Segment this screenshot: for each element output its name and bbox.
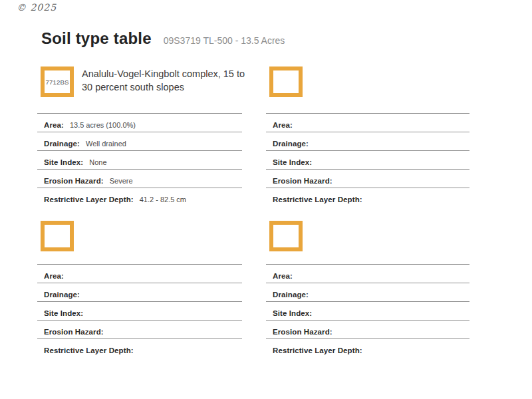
field-label: Area:	[273, 121, 293, 129]
field-row-erosion-hazard: Erosion Hazard:	[266, 320, 469, 338]
field-label: Erosion Hazard:	[44, 328, 104, 336]
field-label: Restrictive Layer Depth:	[273, 346, 362, 354]
field-label: Restrictive Layer Depth:	[44, 196, 134, 203]
field-label: Site Index:	[273, 309, 312, 317]
soil-name-line: Analulu-Vogel-Kingbolt complex, 15 to	[82, 67, 245, 80]
soil-card-header: 7712BS Analulu-Vogel-Kingbolt complex, 1…	[37, 66, 242, 113]
field-label: Area:	[44, 272, 64, 280]
field-label: Site Index:	[44, 309, 83, 317]
soil-card-2: Area: Drainage: Site Index: Erosion Haza…	[266, 66, 469, 206]
soil-swatch-box	[269, 66, 303, 97]
field-row-restrictive-layer-depth: Restrictive Layer Depth:	[266, 188, 469, 206]
soil-fields: Area: Drainage: Site Index: Erosion Haza…	[266, 113, 469, 206]
field-label: Site Index:	[44, 158, 83, 166]
soil-card-3: Area: Drainage: Site Index: Erosion Haza…	[37, 221, 242, 357]
field-row-area: Area:13.5 acres (100.0%)	[37, 113, 242, 132]
field-row-restrictive-layer-depth: Restrictive Layer Depth:	[266, 338, 469, 357]
field-label: Drainage:	[44, 140, 80, 148]
parcel-subtitle: 09S3719 TL-500 - 13.5 Acres	[164, 35, 285, 46]
field-label: Drainage:	[44, 291, 80, 299]
field-label: Erosion Hazard:	[273, 328, 332, 336]
field-label: Erosion Hazard:	[273, 177, 332, 185]
soil-card-header	[37, 221, 242, 264]
soil-fields: Area:13.5 acres (100.0%) Drainage:Well d…	[37, 113, 242, 206]
field-value: Well drained	[86, 140, 126, 148]
field-label: Drainage:	[273, 140, 309, 148]
soil-fields: Area: Drainage: Site Index: Erosion Haza…	[266, 264, 469, 357]
field-row-restrictive-layer-depth: Restrictive Layer Depth:41.2 - 82.5 cm	[37, 188, 242, 206]
field-label: Erosion Hazard:	[44, 177, 104, 185]
soil-card-header	[266, 221, 469, 264]
soil-card-header	[266, 66, 469, 113]
field-row-erosion-hazard: Erosion Hazard:	[37, 320, 242, 338]
soil-card-4: Area: Drainage: Site Index: Erosion Haza…	[266, 221, 469, 357]
soil-fields: Area: Drainage: Site Index: Erosion Haza…	[37, 264, 242, 357]
field-row-site-index: Site Index:	[266, 150, 469, 169]
field-row-drainage: Drainage:	[266, 283, 469, 301]
field-row-drainage: Drainage:	[266, 132, 469, 150]
field-row-area: Area:	[37, 264, 242, 283]
field-label: Area:	[273, 272, 293, 280]
field-row-area: Area:	[266, 113, 469, 132]
field-label: Restrictive Layer Depth:	[273, 196, 362, 203]
field-row-site-index: Site Index:None	[37, 150, 242, 169]
soil-card-1: 7712BS Analulu-Vogel-Kingbolt complex, 1…	[37, 66, 242, 206]
field-label: Area:	[44, 121, 64, 129]
field-row-restrictive-layer-depth: Restrictive Layer Depth:	[37, 338, 242, 357]
field-value: Severe	[110, 177, 133, 185]
soil-name: Analulu-Vogel-Kingbolt complex, 15 to 30…	[82, 66, 245, 94]
copyright-watermark: © 2025	[17, 2, 57, 13]
field-row-area: Area:	[266, 264, 469, 283]
soil-name-line: 30 percent south slopes	[82, 80, 245, 94]
report-header: Soil type table 09S3719 TL-500 - 13.5 Ac…	[41, 29, 285, 48]
soil-swatch-box	[269, 221, 303, 251]
field-label: Drainage:	[273, 291, 309, 299]
soil-swatch-box	[41, 221, 74, 251]
field-value: 13.5 acres (100.0%)	[70, 121, 136, 129]
field-row-site-index: Site Index:	[37, 301, 242, 320]
field-row-drainage: Drainage:Well drained	[37, 132, 242, 150]
field-label: Site Index:	[273, 158, 312, 166]
field-row-erosion-hazard: Erosion Hazard:	[266, 169, 469, 188]
page-title: Soil type table	[41, 29, 152, 48]
field-row-erosion-hazard: Erosion Hazard:Severe	[37, 169, 242, 188]
field-row-site-index: Site Index:	[266, 301, 469, 320]
field-value: None	[89, 158, 106, 166]
field-row-drainage: Drainage:	[37, 283, 242, 301]
field-value: 41.2 - 82.5 cm	[140, 196, 186, 203]
field-label: Restrictive Layer Depth:	[44, 346, 134, 354]
soil-code: 7712BS	[45, 78, 68, 86]
soil-swatch-box: 7712BS	[41, 66, 74, 97]
